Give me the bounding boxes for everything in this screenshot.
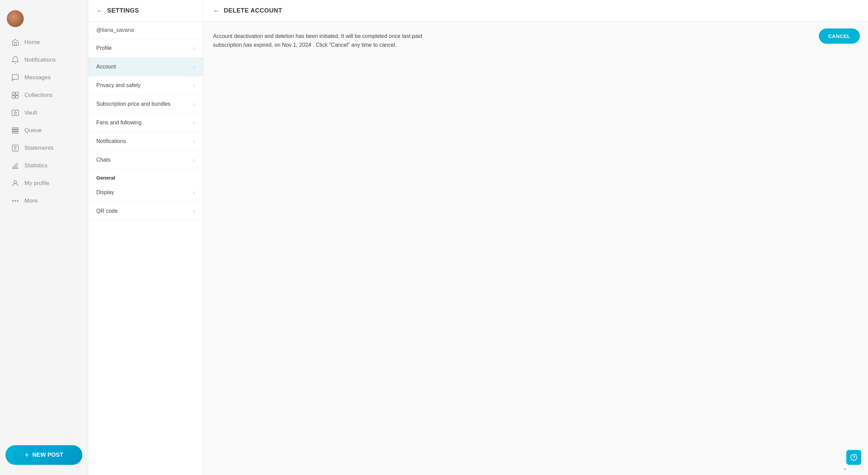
statements-icon: [11, 144, 20, 152]
settings-item-label-privacy: Privacy and safety: [96, 82, 141, 88]
settings-back-arrow[interactable]: ←: [96, 7, 103, 15]
sidebar: Home Notifications Messages Collections: [0, 0, 88, 475]
bottom-chevron: ⌄: [843, 464, 848, 472]
new-post-plus-icon: +: [25, 451, 29, 459]
vault-icon: [11, 108, 20, 117]
sidebar-label-collections: Collections: [24, 92, 53, 99]
delete-panel-title: DELETE ACCOUNT: [224, 7, 282, 14]
avatar[interactable]: [7, 10, 24, 27]
settings-item-arrow-account: ›: [193, 64, 195, 70]
settings-item-display[interactable]: Display ›: [88, 183, 203, 202]
svg-rect-5: [12, 110, 19, 116]
cancel-button[interactable]: CANCEL: [819, 28, 860, 44]
settings-item-label-qr: QR code: [96, 208, 118, 214]
settings-list: Profile › Account › Privacy and safety ›…: [88, 39, 203, 475]
svg-rect-2: [16, 92, 18, 95]
settings-item-label-subscription: Subscription price and bundles: [96, 101, 171, 107]
sidebar-label-statements: Statements: [24, 145, 54, 151]
svg-rect-1: [12, 92, 15, 95]
sidebar-item-my-profile[interactable]: My profile: [3, 175, 85, 192]
settings-item-account[interactable]: Account ›: [88, 58, 203, 76]
more-icon: [11, 197, 20, 205]
svg-rect-4: [16, 96, 18, 98]
new-post-label: NEW POST: [33, 452, 63, 458]
help-button[interactable]: [846, 450, 861, 465]
sidebar-label-messages: Messages: [24, 74, 51, 81]
svg-point-14: [17, 201, 18, 202]
svg-rect-3: [12, 96, 15, 98]
sidebar-item-statements[interactable]: Statements: [3, 140, 85, 157]
settings-item-chats[interactable]: Chats ›: [88, 151, 203, 169]
svg-point-12: [13, 201, 14, 202]
sidebar-label-statistics: Statistics: [24, 162, 47, 169]
sidebar-item-vault[interactable]: Vault: [3, 104, 85, 121]
settings-panel: ← SETTINGS @liana_savana Profile › Accou…: [88, 0, 203, 475]
settings-item-arrow-notifications: ›: [193, 138, 195, 144]
settings-item-label-profile: Profile: [96, 45, 112, 51]
settings-item-arrow-qr: ›: [193, 208, 195, 214]
settings-item-arrow-privacy: ›: [193, 82, 195, 88]
sidebar-item-statistics[interactable]: Statistics: [3, 157, 85, 174]
sidebar-label-notifications: Notifications: [24, 57, 56, 63]
bell-icon: [11, 56, 20, 64]
home-icon: [11, 38, 20, 47]
settings-item-arrow-fans: ›: [193, 120, 195, 126]
settings-item-arrow-chats: ›: [193, 157, 195, 163]
sidebar-item-collections[interactable]: Collections: [3, 87, 85, 104]
settings-item-qr[interactable]: QR code ›: [88, 202, 203, 221]
sidebar-item-messages[interactable]: Messages: [3, 69, 85, 86]
general-section-label: General: [88, 169, 203, 183]
delete-account-message: Account deactivation and deletion has be…: [213, 32, 450, 49]
settings-item-label-notifications: Notifications: [96, 138, 126, 144]
sidebar-item-notifications[interactable]: Notifications: [3, 51, 85, 68]
sidebar-label-vault: Vault: [24, 109, 37, 116]
settings-item-notifications[interactable]: Notifications ›: [88, 132, 203, 151]
settings-item-label-display: Display: [96, 189, 114, 195]
svg-rect-7: [12, 128, 18, 129]
svg-point-11: [14, 181, 17, 183]
svg-point-13: [15, 201, 16, 202]
svg-point-6: [14, 112, 16, 114]
delete-back-arrow[interactable]: ←: [213, 7, 220, 15]
settings-panel-header: ← SETTINGS: [88, 0, 203, 22]
sidebar-label-my-profile: My profile: [24, 180, 50, 187]
settings-item-fans[interactable]: Fans and following ›: [88, 113, 203, 132]
delete-account-panel: ← DELETE ACCOUNT Account deactivation an…: [203, 0, 868, 475]
profile-icon: [11, 179, 20, 188]
svg-rect-0: [12, 75, 18, 79]
svg-rect-9: [12, 132, 18, 133]
main-content: ← SETTINGS @liana_savana Profile › Accou…: [88, 0, 868, 475]
settings-item-label-fans: Fans and following: [96, 120, 141, 126]
queue-icon: [11, 126, 20, 135]
statistics-icon: [11, 161, 20, 170]
settings-item-subscription[interactable]: Subscription price and bundles ›: [88, 95, 203, 113]
sidebar-item-queue[interactable]: Queue: [3, 122, 85, 139]
delete-panel-content: Account deactivation and deletion has be…: [203, 22, 868, 475]
sidebar-item-more[interactable]: More: [3, 192, 85, 209]
settings-item-privacy[interactable]: Privacy and safety ›: [88, 76, 203, 95]
sidebar-label-more: More: [24, 198, 38, 204]
delete-panel-header: ← DELETE ACCOUNT: [203, 0, 868, 22]
question-icon: [850, 454, 857, 461]
settings-item-label-chats: Chats: [96, 157, 111, 163]
settings-panel-title: SETTINGS: [107, 7, 139, 14]
sidebar-label-queue: Queue: [24, 127, 42, 134]
sidebar-label-home: Home: [24, 39, 40, 46]
message-icon: [11, 73, 20, 82]
sidebar-item-home[interactable]: Home: [3, 34, 85, 51]
svg-rect-8: [12, 130, 18, 131]
new-post-button[interactable]: + NEW POST: [5, 445, 82, 465]
settings-item-label-account: Account: [96, 64, 116, 70]
settings-item-profile[interactable]: Profile ›: [88, 39, 203, 58]
settings-item-arrow-profile: ›: [193, 45, 195, 51]
sidebar-nav: Home Notifications Messages Collections: [0, 34, 88, 440]
collections-icon: [11, 91, 20, 100]
settings-item-arrow-display: ›: [193, 189, 195, 195]
settings-username: @liana_savana: [88, 22, 203, 39]
settings-item-arrow-subscription: ›: [193, 101, 195, 107]
